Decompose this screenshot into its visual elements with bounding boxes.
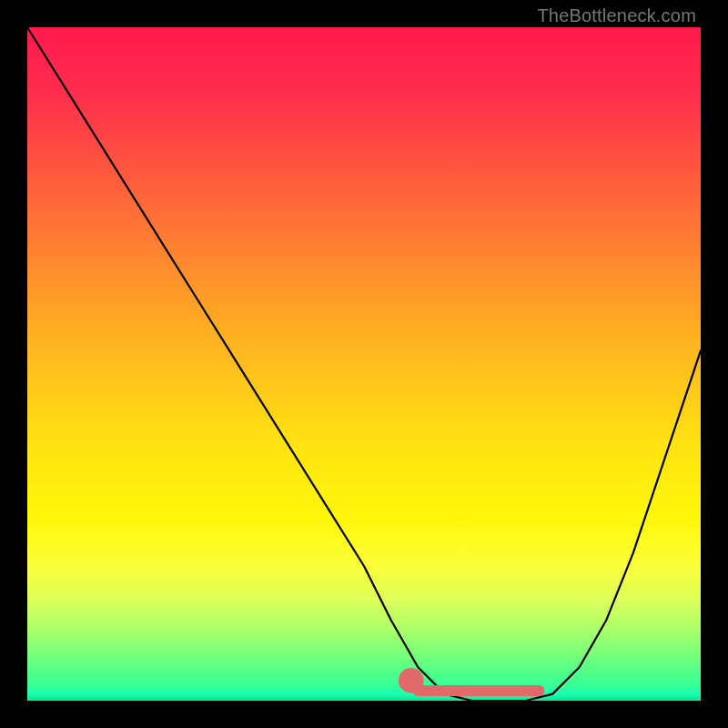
curve-svg <box>27 27 701 701</box>
bottleneck-chart: TheBottleneck.com <box>0 0 728 728</box>
attribution-label: TheBottleneck.com <box>537 5 696 26</box>
plot-area <box>27 27 701 701</box>
bottleneck-curve-path <box>27 27 701 701</box>
